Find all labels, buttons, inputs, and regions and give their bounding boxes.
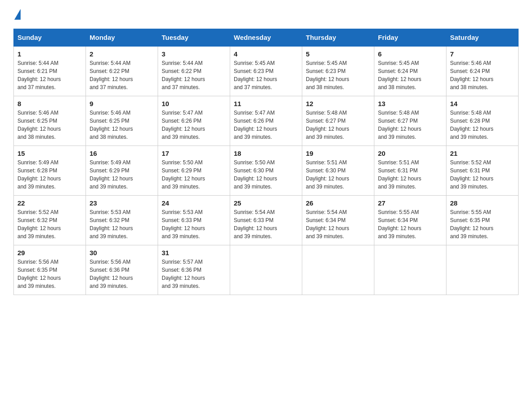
day-number: 12: [306, 100, 370, 107]
calendar-cell: 16Sunrise: 5:49 AMSunset: 6:29 PMDayligh…: [86, 146, 158, 196]
calendar-cell: 9Sunrise: 5:46 AMSunset: 6:25 PMDaylight…: [86, 96, 158, 146]
day-info: Sunrise: 5:46 AMSunset: 6:24 PMDaylight:…: [450, 60, 493, 90]
calendar-cell: 2Sunrise: 5:44 AMSunset: 6:22 PMDaylight…: [86, 46, 158, 96]
day-info: Sunrise: 5:55 AMSunset: 6:35 PMDaylight:…: [450, 209, 493, 240]
day-info: Sunrise: 5:44 AMSunset: 6:21 PMDaylight:…: [17, 60, 61, 90]
day-number: 9: [90, 100, 154, 107]
calendar-cell: 12Sunrise: 5:48 AMSunset: 6:27 PMDayligh…: [302, 96, 374, 146]
day-info: Sunrise: 5:47 AMSunset: 6:26 PMDaylight:…: [234, 110, 277, 140]
calendar-cell: 7Sunrise: 5:46 AMSunset: 6:24 PMDaylight…: [446, 46, 519, 96]
column-header-friday: Friday: [374, 29, 446, 47]
day-number: 23: [90, 199, 154, 207]
day-info: Sunrise: 5:46 AMSunset: 6:25 PMDaylight:…: [17, 110, 61, 140]
calendar-cell: 20Sunrise: 5:51 AMSunset: 6:31 PMDayligh…: [374, 146, 446, 196]
calendar-header-row: SundayMondayTuesdayWednesdayThursdayFrid…: [14, 29, 519, 47]
day-info: Sunrise: 5:57 AMSunset: 6:36 PMDaylight:…: [162, 259, 205, 289]
day-number: 27: [378, 199, 442, 207]
day-info: Sunrise: 5:51 AMSunset: 6:31 PMDaylight:…: [378, 159, 421, 190]
day-number: 30: [90, 249, 154, 257]
day-number: 26: [306, 199, 370, 207]
calendar-cell: [446, 245, 519, 295]
column-header-saturday: Saturday: [446, 29, 519, 47]
day-number: 1: [17, 50, 82, 58]
calendar-cell: 18Sunrise: 5:50 AMSunset: 6:30 PMDayligh…: [230, 146, 302, 196]
column-header-thursday: Thursday: [302, 29, 374, 47]
day-number: 4: [234, 50, 298, 58]
day-number: 14: [450, 100, 515, 107]
calendar-cell: 8Sunrise: 5:46 AMSunset: 6:25 PMDaylight…: [14, 96, 86, 146]
day-number: 19: [306, 150, 370, 157]
day-number: 5: [306, 50, 370, 58]
day-info: Sunrise: 5:45 AMSunset: 6:23 PMDaylight:…: [234, 60, 277, 90]
calendar-cell: 24Sunrise: 5:53 AMSunset: 6:33 PMDayligh…: [158, 196, 230, 245]
logo: [13, 9, 21, 21]
day-number: 28: [450, 199, 515, 207]
column-header-tuesday: Tuesday: [158, 29, 230, 47]
column-header-sunday: Sunday: [14, 29, 86, 47]
calendar-cell: 5Sunrise: 5:45 AMSunset: 6:23 PMDaylight…: [302, 46, 374, 96]
day-number: 3: [162, 50, 226, 58]
day-info: Sunrise: 5:53 AMSunset: 6:32 PMDaylight:…: [90, 209, 133, 240]
day-number: 24: [162, 199, 226, 207]
calendar-table: SundayMondayTuesdayWednesdayThursdayFrid…: [13, 29, 519, 295]
day-info: Sunrise: 5:54 AMSunset: 6:34 PMDaylight:…: [306, 209, 349, 240]
day-info: Sunrise: 5:46 AMSunset: 6:25 PMDaylight:…: [90, 110, 133, 140]
calendar-cell: 26Sunrise: 5:54 AMSunset: 6:34 PMDayligh…: [302, 196, 374, 245]
day-info: Sunrise: 5:56 AMSunset: 6:36 PMDaylight:…: [90, 259, 133, 289]
day-info: Sunrise: 5:51 AMSunset: 6:30 PMDaylight:…: [306, 159, 349, 190]
day-info: Sunrise: 5:55 AMSunset: 6:34 PMDaylight:…: [378, 209, 421, 240]
day-info: Sunrise: 5:54 AMSunset: 6:33 PMDaylight:…: [234, 209, 277, 240]
calendar-cell: [230, 245, 302, 295]
calendar-week-row: 29Sunrise: 5:56 AMSunset: 6:35 PMDayligh…: [14, 245, 519, 295]
day-number: 25: [234, 199, 298, 207]
day-info: Sunrise: 5:49 AMSunset: 6:28 PMDaylight:…: [17, 159, 61, 190]
calendar-week-row: 1Sunrise: 5:44 AMSunset: 6:21 PMDaylight…: [14, 46, 519, 96]
calendar-cell: [302, 245, 374, 295]
calendar-cell: 6Sunrise: 5:45 AMSunset: 6:24 PMDaylight…: [374, 46, 446, 96]
day-info: Sunrise: 5:45 AMSunset: 6:23 PMDaylight:…: [306, 60, 349, 90]
calendar-cell: 23Sunrise: 5:53 AMSunset: 6:32 PMDayligh…: [86, 196, 158, 245]
day-number: 10: [162, 100, 226, 107]
calendar-week-row: 22Sunrise: 5:52 AMSunset: 6:32 PMDayligh…: [14, 196, 519, 245]
column-header-wednesday: Wednesday: [230, 29, 302, 47]
calendar-cell: 15Sunrise: 5:49 AMSunset: 6:28 PMDayligh…: [14, 146, 86, 196]
calendar-cell: 4Sunrise: 5:45 AMSunset: 6:23 PMDaylight…: [230, 46, 302, 96]
calendar-cell: 27Sunrise: 5:55 AMSunset: 6:34 PMDayligh…: [374, 196, 446, 245]
calendar-cell: 28Sunrise: 5:55 AMSunset: 6:35 PMDayligh…: [446, 196, 519, 245]
calendar-week-row: 8Sunrise: 5:46 AMSunset: 6:25 PMDaylight…: [14, 96, 519, 146]
logo-triangle-icon: [14, 9, 21, 20]
day-number: 15: [17, 150, 82, 157]
calendar-cell: 19Sunrise: 5:51 AMSunset: 6:30 PMDayligh…: [302, 146, 374, 196]
day-info: Sunrise: 5:50 AMSunset: 6:29 PMDaylight:…: [162, 159, 205, 190]
calendar-cell: 17Sunrise: 5:50 AMSunset: 6:29 PMDayligh…: [158, 146, 230, 196]
day-info: Sunrise: 5:53 AMSunset: 6:33 PMDaylight:…: [162, 209, 205, 240]
day-number: 22: [17, 199, 82, 207]
day-number: 17: [162, 150, 226, 157]
day-number: 8: [17, 100, 82, 107]
page-header: [13, 9, 519, 21]
day-info: Sunrise: 5:50 AMSunset: 6:30 PMDaylight:…: [234, 159, 277, 190]
calendar-cell: 14Sunrise: 5:48 AMSunset: 6:28 PMDayligh…: [446, 96, 519, 146]
calendar-week-row: 15Sunrise: 5:49 AMSunset: 6:28 PMDayligh…: [14, 146, 519, 196]
calendar-cell: 11Sunrise: 5:47 AMSunset: 6:26 PMDayligh…: [230, 96, 302, 146]
day-info: Sunrise: 5:44 AMSunset: 6:22 PMDaylight:…: [162, 60, 205, 90]
calendar-cell: [374, 245, 446, 295]
day-number: 2: [90, 50, 154, 58]
calendar-cell: 29Sunrise: 5:56 AMSunset: 6:35 PMDayligh…: [14, 245, 86, 295]
day-info: Sunrise: 5:48 AMSunset: 6:27 PMDaylight:…: [306, 110, 349, 140]
day-info: Sunrise: 5:52 AMSunset: 6:32 PMDaylight:…: [17, 209, 61, 240]
day-info: Sunrise: 5:48 AMSunset: 6:27 PMDaylight:…: [378, 110, 421, 140]
calendar-cell: 30Sunrise: 5:56 AMSunset: 6:36 PMDayligh…: [86, 245, 158, 295]
day-number: 13: [378, 100, 442, 107]
day-number: 20: [378, 150, 442, 157]
day-info: Sunrise: 5:48 AMSunset: 6:28 PMDaylight:…: [450, 110, 493, 140]
calendar-cell: 31Sunrise: 5:57 AMSunset: 6:36 PMDayligh…: [158, 245, 230, 295]
day-info: Sunrise: 5:45 AMSunset: 6:24 PMDaylight:…: [378, 60, 421, 90]
day-info: Sunrise: 5:44 AMSunset: 6:22 PMDaylight:…: [90, 60, 133, 90]
day-number: 29: [17, 249, 82, 257]
day-number: 21: [450, 150, 515, 157]
day-number: 16: [90, 150, 154, 157]
calendar-cell: 13Sunrise: 5:48 AMSunset: 6:27 PMDayligh…: [374, 96, 446, 146]
day-info: Sunrise: 5:47 AMSunset: 6:26 PMDaylight:…: [162, 110, 205, 140]
calendar-cell: 1Sunrise: 5:44 AMSunset: 6:21 PMDaylight…: [14, 46, 86, 96]
